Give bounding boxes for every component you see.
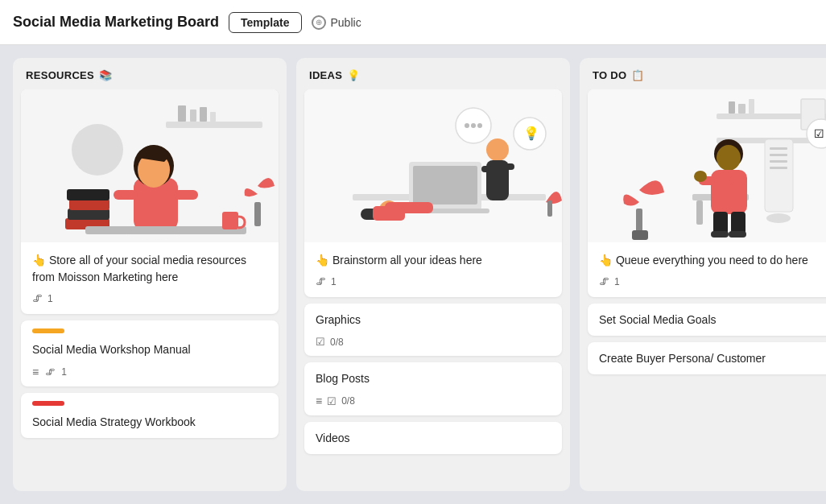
- card-resources-hero[interactable]: 👆 Store all of your social media resourc…: [21, 89, 279, 314]
- blog-posts-meta: ≡ ☑ 0/8: [304, 395, 562, 415]
- card-ideas-meta: 🖇 1: [316, 275, 551, 287]
- card-resources-text: 👆 Store all of your social media resourc…: [32, 252, 267, 286]
- card-ideas-hero[interactable]: 💡 👆 Brainstorm all your ideas here 🖇 1: [304, 89, 562, 297]
- attach-icon-2: 🖇: [45, 366, 55, 378]
- attach-count: 1: [61, 366, 67, 378]
- attach-icon-todo: 🖇: [599, 275, 609, 287]
- svg-rect-30: [500, 163, 514, 170]
- attachment-icon: 🖇: [32, 292, 43, 304]
- card-todo-hero[interactable]: ☑ 👆 Queue everything you need to do here…: [588, 89, 826, 297]
- card-resources-meta: 🖇 1: [32, 292, 267, 304]
- card-videos[interactable]: Videos: [304, 422, 562, 454]
- svg-point-34: [477, 123, 482, 128]
- svg-rect-61: [713, 212, 728, 234]
- column-ideas: IDEAS 💡: [296, 58, 570, 491]
- svg-rect-38: [373, 206, 405, 221]
- todo-emoji: 📋: [631, 69, 644, 81]
- public-badge: ⊕ Public: [312, 15, 361, 30]
- svg-point-51: [766, 213, 791, 223]
- svg-rect-66: [632, 230, 648, 240]
- svg-rect-9: [67, 189, 109, 200]
- card-workshop-manual[interactable]: Social Media Workshop Manual ≡ 🖇 1: [21, 320, 279, 386]
- column-body-ideas[interactable]: 💡 👆 Brainstorm all your ideas here 🖇 1: [296, 89, 570, 491]
- graphics-progress: 0/8: [330, 337, 344, 348]
- template-button[interactable]: Template: [229, 12, 301, 33]
- blog-progress: 0/8: [341, 395, 355, 407]
- column-todo: TO DO 📋: [580, 58, 826, 491]
- globe-icon: ⊕: [312, 15, 326, 30]
- svg-rect-2: [190, 109, 196, 122]
- svg-rect-48: [770, 154, 787, 156]
- svg-rect-46: [765, 139, 793, 212]
- svg-rect-65: [636, 209, 642, 233]
- card-social-goals[interactable]: Set Social Media Goals: [588, 304, 826, 336]
- card-todo-attachments: 1: [614, 276, 620, 287]
- svg-rect-22: [413, 166, 477, 204]
- lines-icon-blog: ≡: [316, 395, 322, 407]
- svg-point-56: [717, 145, 741, 171]
- svg-rect-7: [68, 209, 109, 220]
- svg-rect-43: [738, 104, 745, 114]
- svg-rect-59: [729, 176, 746, 185]
- svg-rect-42: [729, 101, 735, 114]
- svg-rect-63: [711, 231, 729, 238]
- card-ideas-hero-body: 👆 Brainstorm all your ideas here 🖇 1: [304, 242, 562, 297]
- svg-rect-50: [770, 167, 787, 169]
- svg-rect-4: [210, 112, 216, 122]
- social-goals-title: Set Social Media Goals: [588, 304, 826, 336]
- board: RESOURCES 📚: [0, 45, 826, 504]
- resources-illustration: [21, 89, 279, 242]
- column-header-todo: TO DO 📋: [580, 58, 826, 89]
- svg-rect-16: [85, 226, 246, 234]
- lines-icon: ≡: [32, 366, 39, 378]
- ideas-illustration: 💡: [304, 89, 562, 242]
- app-header: Social Media Marketing Board Template ⊕ …: [0, 0, 826, 45]
- blog-posts-title: Blog Posts: [304, 362, 562, 395]
- graphics-meta: ☑ 0/8: [304, 336, 562, 356]
- resources-emoji: 📚: [99, 69, 112, 81]
- svg-rect-64: [729, 231, 746, 238]
- column-body-todo[interactable]: ☑ 👆 Queue everything you need to do here…: [580, 89, 826, 491]
- svg-point-60: [694, 171, 707, 182]
- graphics-title: Graphics: [304, 304, 562, 336]
- card-todo-hero-body: 👆 Queue everything you need to do here 🖇…: [588, 242, 826, 297]
- card-ideas-text: 👆 Brainstorm all your ideas here: [316, 252, 551, 269]
- column-resources: RESOURCES 📚: [13, 58, 287, 491]
- svg-rect-0: [166, 122, 262, 128]
- svg-point-33: [471, 123, 476, 128]
- svg-rect-49: [770, 160, 787, 163]
- svg-point-32: [465, 123, 469, 128]
- card-todo-text: 👆 Queue everything you need to do here: [599, 252, 826, 269]
- svg-rect-17: [222, 212, 238, 229]
- card-blog-posts[interactable]: Blog Posts ≡ ☑ 0/8: [304, 362, 562, 415]
- svg-point-27: [486, 138, 509, 161]
- column-body-resources[interactable]: 👆 Store all of your social media resourc…: [13, 89, 287, 491]
- card-strategy-workbook[interactable]: Social Media Strategy Workbook: [21, 393, 279, 438]
- svg-rect-47: [770, 147, 787, 150]
- svg-point-5: [72, 124, 123, 176]
- svg-text:💡: 💡: [523, 126, 539, 141]
- svg-rect-29: [481, 166, 494, 172]
- svg-rect-12: [114, 190, 138, 200]
- ideas-emoji: 💡: [347, 69, 360, 81]
- svg-rect-1: [178, 105, 186, 122]
- workshop-manual-meta: ≡ 🖇 1: [21, 366, 279, 386]
- card-resources-attachments: 1: [47, 293, 53, 304]
- svg-rect-18: [254, 202, 261, 226]
- svg-rect-44: [749, 99, 754, 114]
- svg-rect-8: [69, 199, 109, 210]
- card-todo-meta: 🖇 1: [599, 275, 826, 287]
- card-ideas-attachments: 1: [331, 276, 337, 287]
- svg-rect-62: [731, 212, 745, 234]
- svg-rect-53: [696, 200, 703, 225]
- card-graphics[interactable]: Graphics ☑ 0/8: [304, 304, 562, 356]
- svg-rect-3: [200, 107, 207, 122]
- card-buyer-persona[interactable]: Create Buyer Persona/ Customer: [588, 342, 826, 374]
- videos-title: Videos: [304, 422, 562, 454]
- svg-rect-37: [547, 200, 552, 217]
- board-title: Social Media Marketing Board: [13, 14, 219, 31]
- attach-icon-ideas: 🖇: [316, 275, 326, 287]
- card-resources-hero-body: 👆 Store all of your social media resourc…: [21, 242, 279, 314]
- svg-text:☑: ☑: [814, 127, 824, 140]
- checkbox-icon-graphics: ☑: [316, 336, 325, 348]
